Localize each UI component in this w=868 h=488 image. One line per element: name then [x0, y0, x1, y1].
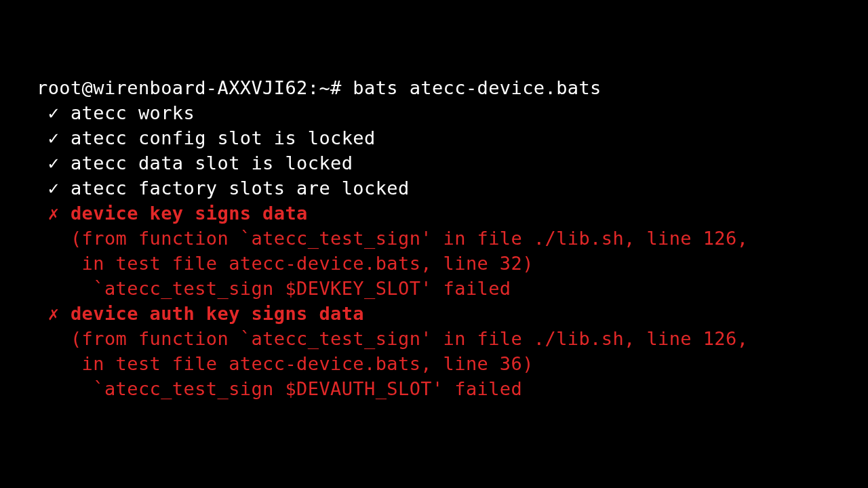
cross-icon: ✗ — [37, 203, 71, 224]
test-pass-line: ✓ atecc factory slots are locked — [37, 176, 868, 201]
test-fail-detail: in test file atecc-device.bats, line 32) — [37, 251, 868, 277]
test-pass-line: ✓ atecc works — [37, 101, 868, 126]
check-icon: ✓ — [37, 178, 71, 199]
cross-icon: ✗ — [37, 303, 71, 324]
test-fail-detail: in test file atecc-device.bats, line 36) — [37, 352, 868, 377]
test-pass-line: ✓ atecc config slot is locked — [37, 126, 868, 151]
test-name: atecc factory slots are locked — [71, 178, 410, 199]
check-icon: ✓ — [37, 127, 71, 148]
check-icon: ✓ — [37, 152, 71, 174]
test-fail-detail: (from function `atecc_test_sign' in file… — [37, 327, 868, 352]
terminal-output: root@wirenboard-AXXVJI62:~# bats atecc-d… — [37, 76, 868, 402]
check-icon: ✓ — [37, 102, 71, 123]
test-fail-detail: `atecc_test_sign $DEVKEY_SLOT' failed — [37, 277, 868, 302]
test-name: atecc config slot is locked — [71, 127, 376, 148]
test-fail-detail: `atecc_test_sign $DEVAUTH_SLOT' failed — [37, 377, 868, 402]
test-name: device auth key signs data — [71, 303, 364, 324]
test-name: atecc data slot is locked — [71, 152, 353, 174]
test-fail-line: ✗ device auth key signs data — [37, 302, 868, 327]
test-fail-detail: (from function `atecc_test_sign' in file… — [37, 226, 868, 251]
shell-prompt-line: root@wirenboard-AXXVJI62:~# bats atecc-d… — [37, 76, 868, 101]
test-fail-line: ✗ device key signs data — [37, 201, 868, 226]
test-name: device key signs data — [71, 203, 308, 224]
test-pass-line: ✓ atecc data slot is locked — [37, 151, 868, 176]
prompt-text: root@wirenboard-AXXVJI62:~# bats atecc-d… — [37, 77, 601, 98]
test-name: atecc works — [71, 102, 195, 123]
